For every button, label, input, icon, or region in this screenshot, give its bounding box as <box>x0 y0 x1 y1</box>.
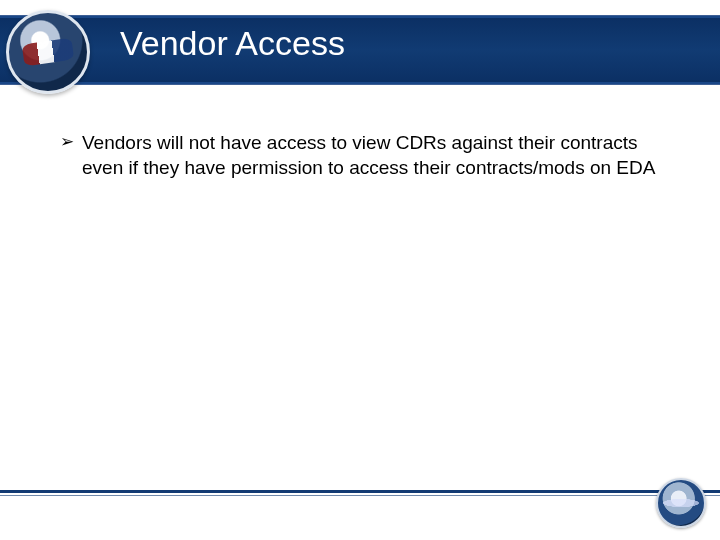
org-seal-icon <box>6 10 90 94</box>
dod-crest-icon <box>656 478 706 528</box>
bullet-text: Vendors will not have access to view CDR… <box>82 130 670 180</box>
footer-divider <box>0 490 720 493</box>
list-item: ➢ Vendors will not have access to view C… <box>60 130 670 180</box>
slide: Vendor Access ➢ Vendors will not have ac… <box>0 0 720 540</box>
chevron-right-icon: ➢ <box>60 130 74 154</box>
slide-title: Vendor Access <box>120 24 345 63</box>
footer-divider-thin <box>0 495 720 496</box>
body-content: ➢ Vendors will not have access to view C… <box>60 130 670 180</box>
title-band <box>0 15 720 85</box>
crest-wings <box>650 496 712 510</box>
